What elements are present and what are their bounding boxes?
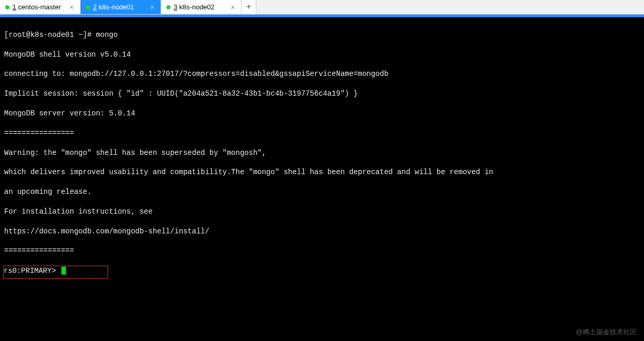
- terminal-line: [root@k8s-node01 ~]# mongo: [4, 30, 640, 40]
- terminal-output[interactable]: [root@k8s-node01 ~]# mongo MongoDB shell…: [0, 17, 644, 341]
- terminal-line: MongoDB server version: 5.0.14: [4, 109, 640, 119]
- tab-centos-master[interactable]: 1 centos-master ×: [0, 0, 81, 14]
- status-dot-icon: [5, 5, 9, 9]
- add-tab-button[interactable]: +: [242, 0, 256, 14]
- terminal-line: ================: [4, 246, 640, 256]
- status-dot-icon: [166, 5, 170, 9]
- terminal-line: https://docs.mongodb.com/mongodb-shell/i…: [4, 227, 640, 237]
- terminal-line: ================: [4, 128, 640, 138]
- tab-label: 3 k8s-node02: [174, 3, 215, 11]
- terminal-line: Warning: the "mongo" shell has been supe…: [4, 148, 640, 158]
- tab-label: 2 k8s-node01: [93, 3, 134, 11]
- tab-bar: 1 centos-master × 2 k8s-node01 × 3 k8s-n…: [0, 0, 644, 15]
- close-icon[interactable]: ×: [230, 3, 236, 11]
- watermark: @稀土掘金技术社区: [576, 327, 637, 337]
- cursor-icon: [61, 267, 66, 274]
- tab-k8s-node02[interactable]: 3 k8s-node02 ×: [161, 0, 242, 14]
- close-icon[interactable]: ×: [149, 3, 155, 11]
- prompt-highlight-box: rs0:PRIMARY>: [3, 266, 108, 279]
- terminal-line: MongoDB shell version v5.0.14: [4, 50, 640, 60]
- status-dot-icon: [86, 5, 90, 9]
- mongo-prompt: rs0:PRIMARY>: [4, 267, 60, 275]
- terminal-line: which delivers improved usability and co…: [4, 167, 640, 177]
- tab-label: 1 centos-master: [12, 3, 61, 11]
- terminal-line: For installation instructions, see: [4, 207, 640, 217]
- tab-k8s-node01[interactable]: 2 k8s-node01 ×: [81, 0, 161, 14]
- terminal-line: an upcoming release.: [4, 187, 640, 197]
- close-icon[interactable]: ×: [69, 3, 75, 11]
- terminal-line: Implicit session: session { "id" : UUID(…: [4, 89, 640, 99]
- terminal-line: connecting to: mongodb://127.0.0.1:27017…: [4, 69, 640, 79]
